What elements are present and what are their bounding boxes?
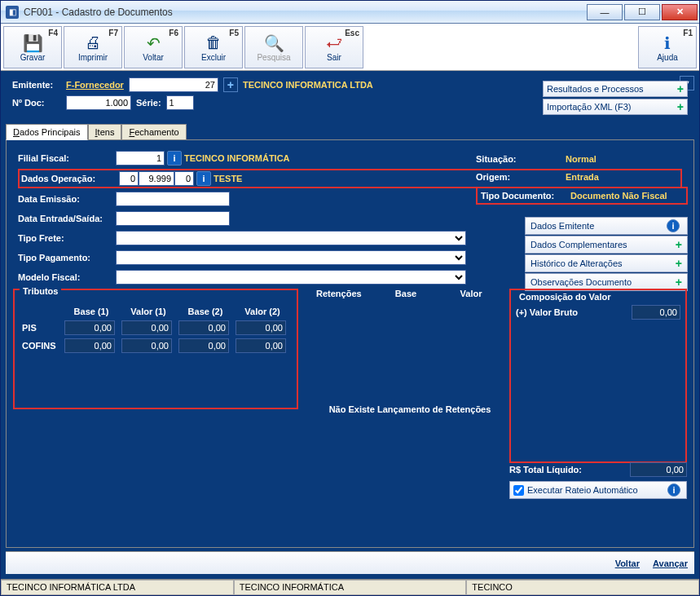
total-liquido-label: R$ Total Líquido: (509, 465, 630, 475)
tipo-doc-label: Tipo Documento: (481, 191, 570, 201)
info-icon[interactable]: i (667, 483, 680, 497)
status-cell-1: TECINCO INFORMÁTICA LTDA (1, 580, 234, 595)
pis-valor1[interactable] (121, 320, 172, 335)
dados-op-input-2[interactable] (139, 171, 174, 186)
pis-valor2[interactable] (236, 320, 286, 335)
data-entrada-label: Data Entrada/Saída: (18, 214, 116, 223)
rateio-checkbox[interactable] (513, 485, 524, 496)
voltar-button[interactable]: F6 ↶ Voltar (124, 26, 183, 68)
resultados-button[interactable]: Resultados e Processos + (543, 81, 688, 97)
content-area: ▼ Emitente: F-Fornecedor + TECINCO INFOR… (1, 71, 699, 579)
tab-panel: Filial Fiscal: i TECINCO INFORMÁTICA Dad… (6, 139, 694, 548)
tab-bar: Dados Principais Itens Fechamento (6, 123, 694, 139)
cofins-valor2[interactable] (236, 338, 286, 353)
nav-avancar[interactable]: Avançar (653, 558, 688, 568)
tipo-pag-label: Tipo Pagamento: (18, 253, 116, 263)
retencoes-section: Retenções Base Valor Não Existe Lançamen… (316, 289, 504, 566)
tipo-frete-select[interactable] (116, 231, 466, 245)
emitente-name: TECINCO INFORMATICA LTDA (243, 80, 373, 90)
tributos-title: Tributos (20, 286, 61, 296)
pis-base1[interactable] (64, 320, 115, 335)
data-entrada-input[interactable] (116, 211, 230, 226)
data-emissao-input[interactable] (116, 192, 230, 206)
tab-fechamento[interactable]: Fechamento (121, 124, 186, 140)
minimize-button[interactable]: — (587, 4, 623, 20)
dados-op-name: TESTE (214, 174, 242, 183)
modelo-fiscal-select[interactable] (116, 270, 466, 285)
sair-button[interactable]: Esc ⮐ Sair (305, 26, 363, 68)
table-row: PIS (21, 320, 290, 336)
retencoes-valor-col: Valor (438, 289, 504, 298)
toolbar: F4 💾 Gravar F7 🖨 Imprimir F6 ↶ Voltar F5… (1, 24, 699, 71)
plus-icon: + (676, 257, 682, 270)
retencoes-empty-msg: Não Existe Lançamento de Retenções (316, 404, 504, 414)
cofins-valor1[interactable] (121, 338, 172, 353)
pesquisa-button[interactable]: 🔍 Pesquisa (244, 26, 303, 68)
composicao-title: Composição do Valor (516, 292, 614, 302)
window-title: CF001 - Cadastro de Documentos (24, 7, 587, 18)
col-base2: Base (2) (178, 307, 233, 318)
dados-op-input-3[interactable] (174, 171, 194, 186)
nav-voltar[interactable]: Voltar (615, 558, 640, 568)
dados-emitente-button[interactable]: Dados Emitente i (525, 217, 688, 235)
filial-label: Filial Fiscal: (18, 153, 116, 163)
rateio-row: Executar Rateio Automático i (509, 481, 687, 499)
tab-dados-principais[interactable]: Dados Principais (6, 124, 88, 140)
excluir-button[interactable]: F5 🗑 Excluir (184, 26, 243, 68)
help-icon: ℹ (656, 33, 679, 53)
emitente-link[interactable]: F-Fornecedor (66, 80, 124, 90)
emitente-label: Emitente: (12, 80, 61, 90)
exit-icon: ⮐ (323, 33, 346, 53)
delete-icon: 🗑 (202, 33, 225, 53)
plus-icon: + (677, 100, 684, 113)
retencoes-title: Retenções (316, 289, 373, 298)
search-icon: 🔍 (262, 33, 285, 53)
save-icon: 💾 (21, 33, 44, 53)
info-icon: i (667, 219, 680, 232)
origem-label: Origem: (476, 172, 566, 182)
importacao-button[interactable]: Importação XML (F3) + (543, 99, 688, 115)
app-window: ◧ CF001 - Cadastro de Documentos — ☐ ✕ F… (0, 0, 700, 596)
serie-label: Série: (136, 98, 161, 108)
valor-bruto-input[interactable] (632, 305, 680, 320)
ajuda-button[interactable]: F1 ℹ Ajuda (638, 26, 697, 68)
imprimir-button[interactable]: F7 🖨 Imprimir (64, 26, 122, 68)
right-info-panel: Situação: Normal Origem: Entrada Tipo Do… (476, 150, 688, 205)
col-valor1: Valor (1) (121, 307, 176, 318)
back-icon: ↶ (142, 33, 165, 53)
cofins-base2[interactable] (178, 338, 229, 353)
maximize-button[interactable]: ☐ (624, 4, 660, 20)
dados-complementares-button[interactable]: Dados Complementares + (525, 236, 688, 254)
pis-base2[interactable] (178, 320, 229, 335)
dados-op-input-1[interactable] (119, 171, 139, 186)
origem-value: Entrada (566, 172, 599, 182)
plus-icon: + (677, 82, 684, 95)
gravar-button[interactable]: F4 💾 Gravar (3, 26, 62, 68)
tab-itens[interactable]: Itens (88, 124, 122, 140)
titlebar: ◧ CF001 - Cadastro de Documentos — ☐ ✕ (1, 1, 699, 24)
info-icon[interactable]: i (196, 171, 211, 186)
filial-input[interactable] (116, 151, 165, 166)
status-cell-2: TECINCO INFORMÁTICA (234, 580, 467, 595)
total-liquido-input[interactable] (630, 462, 687, 477)
col-valor2: Valor (2) (235, 307, 290, 318)
valor-bruto-label: (+) Valor Bruto (516, 307, 632, 317)
dados-operacao-label: Dados Operação: (21, 174, 119, 183)
situacao-value: Normal (566, 154, 597, 164)
add-emitente-button[interactable]: + (223, 77, 238, 92)
historico-button[interactable]: Histórico de Alterações + (525, 254, 688, 272)
close-button[interactable]: ✕ (662, 4, 698, 20)
tipo-doc-value: Documento Não Fiscal (570, 191, 667, 201)
ndoc-label: Nº Doc: (12, 98, 61, 108)
tipo-frete-label: Tipo Frete: (18, 233, 116, 243)
plus-icon: + (676, 276, 682, 289)
cofins-base1[interactable] (64, 338, 115, 353)
tipo-pagamento-select[interactable] (116, 250, 466, 265)
ndoc-input[interactable] (66, 95, 131, 110)
data-emissao-label: Data Emissão: (18, 194, 116, 204)
emitente-code-input[interactable] (129, 77, 218, 92)
info-icon[interactable]: i (167, 151, 182, 166)
serie-input[interactable] (166, 95, 194, 110)
retencoes-base-col: Base (373, 289, 438, 298)
status-bar: TECINCO INFORMÁTICA LTDA TECINCO INFORMÁ… (1, 579, 699, 595)
